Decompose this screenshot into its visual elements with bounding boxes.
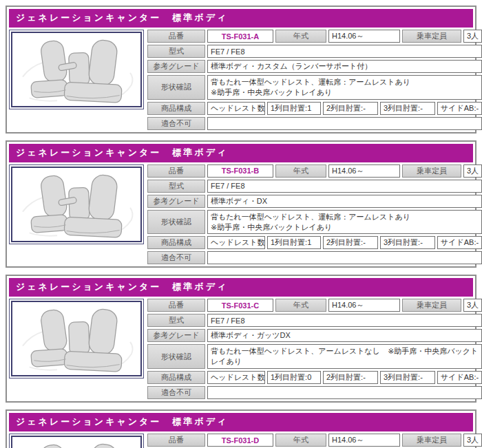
block-body: 品番 TS-F031-C 年式 H14.06～ 乗車定員 3人 型式 FE7 /… [9, 299, 473, 399]
product-block: ジェネレーションキャンター 標準ボディ [6, 275, 476, 403]
label-year: 年式 [275, 434, 326, 447]
row-shape: 形状確認 背もたれ一体型ヘッドレスト、アームレストなし ※助手席・中央席バックト… [147, 344, 482, 369]
block-header: ジェネレーションキャンター 標準ボディ [9, 413, 473, 431]
label-year: 年式 [275, 164, 326, 178]
seat-image-frame [9, 164, 144, 244]
spec-table: 品番 TS-F031-B 年式 H14.06～ 乗車定員 3人 型式 FE7 /… [147, 164, 482, 265]
shape-line-2: ※助手席・中央席バックトレイあり [211, 222, 479, 233]
row-composition: 商品構成 ヘッドレスト数:0 1列目肘置:1 2列目肘置:- 3列目肘置:- サ… [147, 102, 482, 115]
label-shape: 形状確認 [147, 210, 205, 235]
part-number-value: TS-F031-C [207, 299, 273, 312]
grade-value: 標準ボディ・ガッツDX [207, 329, 482, 342]
incompatible-value [207, 386, 482, 399]
composition-row2-armrest: 2列目肘置:- [323, 102, 378, 115]
seat-image-frame [9, 434, 144, 448]
truck-seat-illustration [11, 32, 142, 107]
row-shape: 形状確認 背もたれ一体型ヘッドレスト、運転席：アームレストあり ※助手席・中央席… [147, 75, 482, 100]
block-header: ジェネレーションキャンター 標準ボディ [9, 9, 473, 28]
row-part-number: 品番 TS-F031-C 年式 H14.06～ 乗車定員 3人 [147, 299, 482, 312]
block-header: ジェネレーションキャンター 標準ボディ [9, 144, 473, 162]
composition-row3-armrest: 3列目肘置:- [380, 236, 435, 249]
model-value: FE7 / FE8 [207, 180, 482, 193]
seat-image-frame [9, 299, 144, 378]
model-value: FE7 / FE8 [207, 314, 482, 327]
seat-image-frame [9, 30, 144, 109]
year-value: H14.06～ [328, 299, 400, 312]
composition-row3-armrest: 3列目肘置:- [380, 102, 435, 115]
composition-headrest: ヘッドレスト数:0 [207, 102, 265, 115]
product-block: ジェネレーションキャンター 標準ボディ [6, 140, 476, 268]
shape-value: 背もたれ一体型ヘッドレスト、アームレストなし ※助手席・中央席バックトレイあり [207, 344, 482, 369]
model-value: FE7 / FE8 [207, 45, 482, 58]
composition-row1-armrest: 1列目肘置:1 [267, 102, 321, 115]
label-year: 年式 [275, 30, 326, 43]
composition-side-airbag: サイドAB:- [437, 236, 482, 249]
year-value: H14.06～ [328, 164, 400, 178]
row-grade: 参考グレード 標準ボディ・カスタム（ランバーサポート付） [147, 60, 482, 73]
composition-row3-armrest: 3列目肘置:- [380, 371, 435, 384]
label-capacity: 乗車定員 [402, 434, 461, 447]
label-part-number: 品番 [147, 434, 205, 447]
part-number-value: TS-F031-B [207, 164, 273, 178]
row-model: 型式 FE7 / FE8 [147, 180, 482, 193]
row-grade: 参考グレード 標準ボディ・ガッツDX [147, 329, 482, 342]
row-part-number: 品番 TS-F031-B 年式 H14.06～ 乗車定員 3人 [147, 164, 482, 178]
product-block: ジェネレーションキャンター 標準ボディ [6, 409, 476, 448]
label-grade: 参考グレード [147, 60, 205, 73]
incompatible-value [207, 251, 482, 264]
row-incompatible: 適合不可 [147, 117, 482, 130]
seat-illustration-svg [12, 33, 140, 106]
shape-line-1: 背もたれ一体型ヘッドレスト、運転席：アームレストあり [211, 77, 479, 87]
shape-line-2: ※助手席・中央席バックトレイあり [211, 87, 479, 98]
label-part-number: 品番 [147, 299, 205, 312]
row-shape: 形状確認 背もたれ一体型ヘッドレスト、運転席：アームレストあり ※助手席・中央席… [147, 210, 482, 235]
label-model: 型式 [147, 314, 205, 327]
spec-table: 品番 TS-F031-C 年式 H14.06～ 乗車定員 3人 型式 FE7 /… [147, 299, 482, 399]
label-shape: 形状確認 [147, 75, 205, 100]
label-grade: 参考グレード [147, 195, 205, 208]
label-incompatible: 適合不可 [147, 117, 205, 130]
product-listing-page: ジェネレーションキャンター 標準ボディ [0, 0, 482, 448]
composition-headrest: ヘッドレスト数:0 [207, 371, 265, 384]
composition-side-airbag: サイドAB:- [437, 371, 482, 384]
row-model: 型式 FE7 / FE8 [147, 314, 482, 327]
block-title: ジェネレーションキャンター 標準ボディ [16, 12, 228, 23]
block-title: ジェネレーションキャンター 標準ボディ [16, 281, 228, 292]
block-body: 品番 TS-F031-D 年式 H14.06～ 乗車定員 3人 型式 FE7 /… [9, 434, 473, 448]
composition-row2-armrest: 2列目肘置:- [323, 236, 378, 249]
block-body: 品番 TS-F031-A 年式 H14.06～ 乗車定員 3人 型式 FE7 /… [9, 30, 473, 130]
row-model: 型式 FE7 / FE8 [147, 45, 482, 58]
shape-value: 背もたれ一体型ヘッドレスト、運転席：アームレストあり ※助手席・中央席バックトレ… [207, 75, 482, 100]
spec-table: 品番 TS-F031-D 年式 H14.06～ 乗車定員 3人 型式 FE7 /… [147, 434, 482, 448]
label-year: 年式 [275, 299, 326, 312]
row-composition: 商品構成 ヘッドレスト数:0 1列目肘置:0 2列目肘置:- 3列目肘置:- サ… [147, 371, 482, 384]
year-value: H14.06～ [328, 30, 400, 43]
composition-row1-armrest: 1列目肘置:0 [267, 371, 321, 384]
label-composition: 商品構成 [147, 102, 205, 115]
label-composition: 商品構成 [147, 371, 205, 384]
composition-row2-armrest: 2列目肘置:- [323, 371, 378, 384]
label-shape: 形状確認 [147, 344, 205, 369]
truck-seat-illustration [11, 301, 142, 376]
grade-value: 標準ボディ・カスタム（ランバーサポート付） [207, 60, 482, 73]
seat-illustration-svg [12, 437, 140, 448]
label-grade: 参考グレード [147, 329, 205, 342]
block-title: ジェネレーションキャンター 標準ボディ [16, 416, 228, 427]
part-number-value: TS-F031-D [207, 434, 273, 447]
block-title: ジェネレーションキャンター 標準ボディ [16, 147, 228, 158]
label-capacity: 乗車定員 [402, 30, 461, 43]
block-header: ジェネレーションキャンター 標準ボディ [9, 278, 473, 297]
shape-line-1: 背もたれ一体型ヘッドレスト、アームレストなし ※助手席・中央席バックトレイあり [211, 346, 479, 367]
label-model: 型式 [147, 180, 205, 193]
composition-side-airbag: サイドAB:- [437, 102, 482, 115]
spec-table: 品番 TS-F031-A 年式 H14.06～ 乗車定員 3人 型式 FE7 /… [147, 30, 482, 130]
shape-value: 背もたれ一体型ヘッドレスト、運転席：アームレストあり ※助手席・中央席バックトレ… [207, 210, 482, 235]
label-part-number: 品番 [147, 30, 205, 43]
capacity-value: 3人 [463, 30, 482, 43]
row-grade: 参考グレード 標準ボディ・DX [147, 195, 482, 208]
incompatible-value [207, 117, 482, 130]
block-body: 品番 TS-F031-B 年式 H14.06～ 乗車定員 3人 型式 FE7 /… [9, 164, 473, 265]
seat-illustration-svg [12, 168, 140, 241]
label-incompatible: 適合不可 [147, 386, 205, 399]
truck-seat-illustration [11, 436, 142, 448]
